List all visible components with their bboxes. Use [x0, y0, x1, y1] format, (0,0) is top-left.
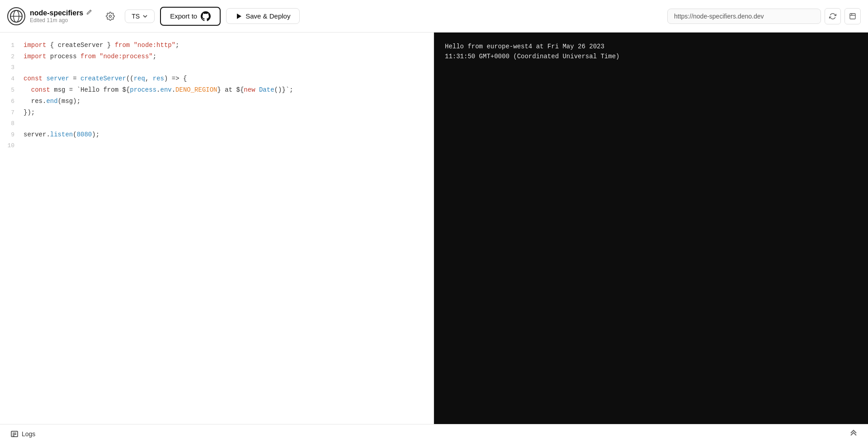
bottom-bar: Logs: [0, 424, 868, 443]
preview-panel: Hello from europe-west4 at Fri May 26 20…: [434, 33, 868, 424]
line-number: 7: [0, 107, 24, 118]
project-name: node-specifiers: [30, 9, 83, 17]
toolbar: node-specifiers Edited 11m ago TS Export…: [0, 0, 868, 33]
line-content: });: [24, 107, 434, 118]
expand-icon: [849, 429, 858, 438]
expand-button[interactable]: [846, 427, 861, 441]
code-line-4: 4 const server = createServer((req, res)…: [0, 73, 434, 84]
save-deploy-button[interactable]: Save & Deploy: [226, 8, 300, 24]
url-input[interactable]: [667, 9, 821, 24]
preview-output: Hello from europe-west4 at Fri May 26 20…: [434, 33, 868, 424]
code-line-8: 8: [0, 118, 434, 129]
refresh-icon: [829, 13, 836, 20]
code-line-3: 3: [0, 62, 434, 73]
logs-icon: [11, 430, 18, 438]
svg-marker-4: [237, 14, 241, 19]
language-label: TS: [132, 13, 140, 20]
code-line-10: 10: [0, 140, 434, 151]
line-number: 8: [0, 118, 24, 129]
main-content: 1 import { createServer } from "node:htt…: [0, 33, 868, 424]
code-line-7: 7 });: [0, 107, 434, 118]
deploy-label: Save & Deploy: [245, 12, 290, 20]
line-number: 10: [0, 140, 24, 151]
chevron-down-icon: [142, 14, 148, 19]
github-icon: [201, 11, 211, 21]
line-number: 3: [0, 62, 24, 73]
edit-icon[interactable]: [86, 9, 92, 17]
logs-button[interactable]: Logs: [7, 429, 39, 439]
code-line-2: 2 import process from "node:process";: [0, 51, 434, 62]
logs-label: Logs: [22, 430, 35, 438]
refresh-button[interactable]: [825, 8, 841, 24]
line-content: const msg = `Hello from ${process.env.DE…: [24, 84, 434, 95]
new-tab-button[interactable]: [844, 8, 861, 24]
play-icon: [236, 13, 242, 19]
project-info: node-specifiers Edited 11m ago: [30, 9, 92, 23]
line-number: 5: [0, 85, 24, 96]
line-content: const server = createServer((req, res) =…: [24, 73, 434, 84]
new-tab-icon: [849, 13, 856, 20]
url-bar: [667, 8, 861, 24]
line-number: 1: [0, 40, 24, 51]
export-button[interactable]: Export to: [160, 7, 221, 26]
logo-icon: [7, 7, 25, 25]
project-subtitle: Edited 11m ago: [30, 17, 92, 23]
line-content: import { createServer } from "node:http"…: [24, 40, 434, 51]
code-line-6: 6 res.end(msg);: [0, 96, 434, 107]
export-label: Export to: [170, 12, 197, 20]
language-selector[interactable]: TS: [125, 9, 155, 23]
code-line-9: 9 server.listen(8080);: [0, 129, 434, 140]
line-content: import process from "node:process";: [24, 51, 434, 62]
settings-button[interactable]: [101, 8, 119, 24]
svg-rect-5: [850, 14, 855, 19]
line-content: res.end(msg);: [24, 96, 434, 107]
line-content: server.listen(8080);: [24, 129, 434, 140]
code-line-1: 1 import { createServer } from "node:htt…: [0, 40, 434, 51]
line-number: 9: [0, 130, 24, 140]
line-number: 4: [0, 74, 24, 84]
code-area[interactable]: 1 import { createServer } from "node:htt…: [0, 33, 434, 424]
code-line-5: 5 const msg = `Hello from ${process.env.…: [0, 84, 434, 96]
editor-panel: 1 import { createServer } from "node:htt…: [0, 33, 434, 424]
line-number: 6: [0, 96, 24, 107]
svg-point-3: [109, 15, 112, 17]
logo-area: node-specifiers Edited 11m ago: [7, 7, 92, 25]
project-name-row: node-specifiers: [30, 9, 92, 17]
line-number: 2: [0, 51, 24, 62]
